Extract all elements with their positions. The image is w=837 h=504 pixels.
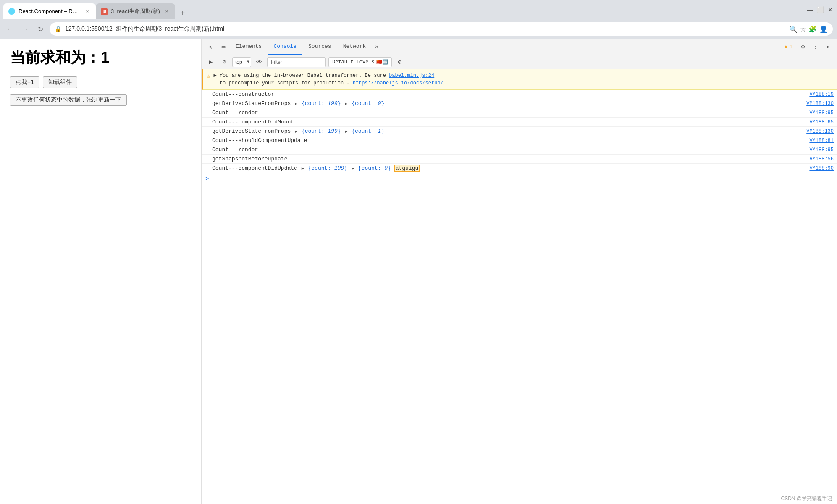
devtools-close-button[interactable]: ✕ bbox=[823, 42, 834, 52]
tab-title-1: React.Component – React bbox=[18, 8, 81, 14]
line-ref-scu[interactable]: VM188:81 bbox=[809, 138, 834, 144]
secure-icon: 🔒 bbox=[55, 26, 62, 32]
run-script-button[interactable]: ▶ bbox=[205, 57, 216, 68]
console-row-render-1: Count---render VM188:95 bbox=[202, 108, 837, 118]
highlight-atguigu: atguigu bbox=[394, 165, 420, 172]
babel-warning: ⚠ ▶ You are using the in-browser Babel t… bbox=[202, 69, 837, 90]
line-ref-gsbu[interactable]: VM188:56 bbox=[809, 156, 834, 162]
address-icons: 🔍 ☆ 🧩 👤 bbox=[789, 25, 828, 33]
line-ref-cdu[interactable]: VM188:90 bbox=[809, 165, 834, 171]
eye-icon: 👁 bbox=[256, 59, 262, 66]
tab-close-1[interactable]: × bbox=[84, 8, 91, 15]
forward-button[interactable]: → bbox=[19, 23, 31, 35]
console-text-scu: Count---shouldComponentUpdate bbox=[212, 137, 809, 144]
default-levels-label: Default levels bbox=[332, 59, 375, 65]
console-row-cdm: Count---componentDidMount VM188:65 bbox=[202, 118, 837, 127]
browser-chrome: React.Component – React × 博 3_react生命周期(… bbox=[0, 0, 837, 39]
devtools-panel: ↖ ▭ Elements Console Sources Network » ▲ bbox=[202, 39, 837, 504]
chinese-emoji-icons: 🇨🇳🔤 bbox=[376, 59, 388, 65]
line-ref-render-1[interactable]: VM188:95 bbox=[809, 110, 834, 116]
close-window-button[interactable]: ✕ bbox=[827, 6, 834, 13]
console-text-render-1: Count---render bbox=[212, 110, 809, 116]
console-text-render-2: Count---render bbox=[212, 147, 809, 153]
extension-icon[interactable]: 🧩 bbox=[808, 25, 817, 33]
console-text-gdsfp-1: getDerivedStateFromProps ▶ {count: 199} … bbox=[212, 100, 806, 107]
console-row-gdsfp-2: getDerivedStateFromProps ▶ {count: 199} … bbox=[202, 127, 837, 136]
unmount-button[interactable]: 卸载组件 bbox=[43, 76, 77, 88]
device-icon: ▭ bbox=[222, 43, 225, 50]
console-text-gdsfp-2: getDerivedStateFromProps ▶ {count: 199} … bbox=[212, 128, 806, 134]
devtools-settings-button[interactable]: ⚙ bbox=[798, 42, 808, 52]
tab-react-lifecycle[interactable]: 博 3_react生命周期(新) × bbox=[96, 3, 175, 19]
address-bar: ← → ↻ 🔒 127.0.0.1:5500/12_组件的生命周期/3_reac… bbox=[0, 19, 837, 39]
device-toggle-button[interactable]: ▭ bbox=[218, 42, 229, 52]
star-icon[interactable]: ☆ bbox=[800, 25, 806, 33]
tab-sources[interactable]: Sources bbox=[303, 39, 336, 55]
console-settings-button[interactable]: ⚙ bbox=[394, 57, 405, 68]
console-row-scu: Count---shouldComponentUpdate VM188:81 bbox=[202, 136, 837, 145]
footer: CSDN @学亮编程手记 bbox=[776, 494, 837, 504]
tab-favicon-chinese: 博 bbox=[101, 8, 108, 15]
line-ref-gdsfp-2[interactable]: VM188:130 bbox=[806, 129, 834, 134]
settings-icon: ⚙ bbox=[801, 43, 805, 50]
eye-button[interactable]: 👁 bbox=[254, 57, 265, 68]
footer-text: CSDN @学亮编程手记 bbox=[781, 496, 832, 501]
console-row-render-2: Count---render VM188:95 bbox=[202, 145, 837, 155]
main-area: 当前求和为：1 点我+1 卸载组件 不更改任何状态中的数据，强制更新一下 ↖ ▭… bbox=[0, 39, 837, 504]
tabs-area: React.Component – React × 博 3_react生命周期(… bbox=[3, 0, 189, 19]
block-icon: ⊘ bbox=[223, 58, 226, 66]
devtools-toolbar: ↖ ▭ Elements Console Sources Network » ▲ bbox=[202, 39, 837, 55]
line-ref-constructor[interactable]: VM188:19 bbox=[809, 92, 834, 97]
minimize-button[interactable]: — bbox=[807, 6, 813, 13]
more-tabs-button[interactable]: » bbox=[373, 39, 381, 55]
babel-link[interactable]: babel.min.js:24 bbox=[389, 73, 434, 79]
tab-close-2[interactable]: × bbox=[163, 8, 170, 15]
console-gear-icon: ⚙ bbox=[398, 58, 401, 66]
tab-elements[interactable]: Elements bbox=[231, 39, 267, 55]
console-row-gsbu: getSnapshotBeforeUpdate VM188:56 bbox=[202, 155, 837, 164]
console-text-gsbu: getSnapshotBeforeUpdate bbox=[212, 156, 809, 162]
title-bar: React.Component – React × 博 3_react生命周期(… bbox=[0, 0, 837, 19]
profile-icon[interactable]: 👤 bbox=[819, 25, 828, 33]
window-controls: — ⬜ ✕ bbox=[807, 6, 834, 13]
console-prompt[interactable]: > bbox=[202, 173, 837, 185]
back-button[interactable]: ← bbox=[4, 23, 16, 35]
console-toolbar: ▶ ⊘ top ▼ 👁 Default levels 🇨🇳🔤 ⚙ bbox=[202, 55, 837, 69]
close-devtools-icon: ✕ bbox=[827, 43, 830, 50]
address-input[interactable]: 🔒 127.0.0.1:5500/12_组件的生命周期/3_react生命周期(… bbox=[50, 22, 833, 36]
page-content: 当前求和为：1 点我+1 卸载组件 不更改任何状态中的数据，强制更新一下 bbox=[0, 39, 202, 504]
line-ref-gdsfp-1[interactable]: VM188:130 bbox=[806, 101, 834, 107]
cursor-icon: ↖ bbox=[209, 43, 213, 50]
force-update-button[interactable]: 不更改任何状态中的数据，强制更新一下 bbox=[10, 94, 127, 106]
run-icon: ▶ bbox=[209, 58, 213, 66]
tab-console[interactable]: Console bbox=[268, 39, 302, 55]
context-select-wrapper: top ▼ bbox=[232, 57, 251, 67]
maximize-button[interactable]: ⬜ bbox=[817, 6, 824, 13]
element-picker-button[interactable]: ↖ bbox=[205, 42, 216, 52]
context-select[interactable]: top bbox=[232, 57, 251, 67]
prompt-symbol: > bbox=[205, 176, 209, 182]
tab-network[interactable]: Network bbox=[338, 39, 371, 55]
increment-button[interactable]: 点我+1 bbox=[10, 76, 39, 88]
console-text-constructor: Count---constructor bbox=[212, 91, 809, 97]
more-options-icon: ⋮ bbox=[813, 43, 819, 50]
tab-react-component[interactable]: React.Component – React × bbox=[3, 3, 96, 19]
tab-favicon-react bbox=[8, 8, 15, 15]
new-tab-button[interactable]: + bbox=[177, 7, 189, 19]
console-content: ⚠ ▶ You are using the in-browser Babel t… bbox=[202, 69, 837, 504]
search-icon: 🔍 bbox=[789, 25, 798, 33]
warning-count: 1 bbox=[789, 44, 792, 50]
block-button[interactable]: ⊘ bbox=[219, 57, 230, 68]
default-levels-select[interactable]: Default levels 🇨🇳🔤 bbox=[328, 57, 392, 67]
console-text-cdu: Count---componentDidUpdate ▶ {count: 199… bbox=[212, 165, 809, 171]
line-ref-render-2[interactable]: VM188:95 bbox=[809, 147, 834, 153]
console-text-cdm: Count---componentDidMount bbox=[212, 119, 809, 125]
devtools-more-button[interactable]: ⋮ bbox=[810, 42, 821, 52]
babel-setup-link[interactable]: https://babeljs.io/docs/setup/ bbox=[353, 80, 443, 86]
warning-arrow: ▶ bbox=[213, 73, 216, 79]
button-row: 点我+1 卸载组件 bbox=[10, 76, 191, 88]
line-ref-cdm[interactable]: VM188:65 bbox=[809, 119, 834, 125]
filter-input[interactable] bbox=[267, 57, 326, 67]
refresh-button[interactable]: ↻ bbox=[34, 23, 46, 35]
console-row-gdsfp-1: getDerivedStateFromProps ▶ {count: 199} … bbox=[202, 99, 837, 108]
